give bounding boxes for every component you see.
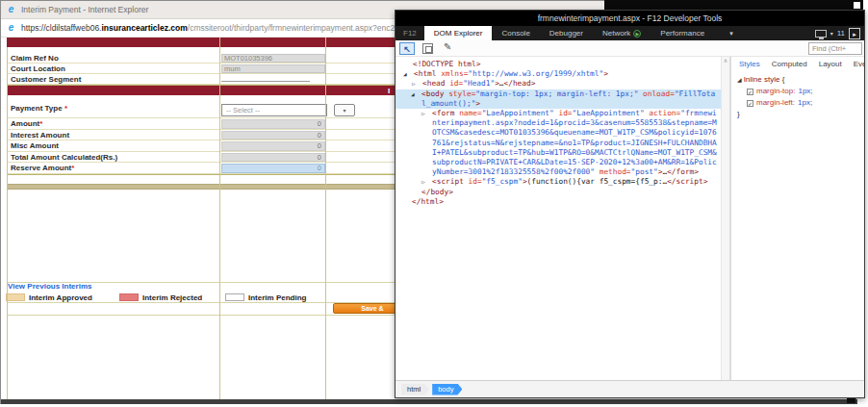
code-segment: l_amount();" — [421, 99, 475, 108]
amount-field[interactable]: 0 — [221, 131, 325, 140]
collapsed-marker-icon[interactable]: ▷ — [421, 109, 432, 118]
dom-tree-scrollbar[interactable]: ∧ — [721, 57, 729, 380]
code-segment: </html> — [412, 197, 444, 206]
property-checkbox[interactable]: ✓ — [747, 100, 753, 107]
dom-tree-node[interactable]: subproductN=PRIVATE+CAR&LDate=15-SEP-202… — [396, 158, 721, 167]
devtools-toolbar: ↖ ✎ Find (Ctrl+ — [396, 40, 864, 57]
property-checkbox[interactable]: ✓ — [747, 89, 753, 95]
dom-tree-node[interactable]: ▷<form name="LaeAppointment" id="LaeAppo… — [396, 109, 721, 118]
window-title: Interim Payment - Internet Explorer — [21, 5, 148, 14]
dom-tree-node[interactable]: I+PATEL&subproduct=TP&hub=W1TP&RO=0&MACT… — [396, 148, 721, 158]
styles-tab-layout[interactable]: Layout — [819, 60, 842, 68]
legend-swatch — [119, 293, 139, 301]
field-label: Total Amount Calculated(Rs.) — [11, 153, 117, 162]
dom-tree-node[interactable]: OTCSM&casedesc=MOT01035396&queuename=MOT… — [396, 128, 721, 138]
amount-field[interactable]: 0 — [221, 153, 325, 163]
styles-tab-computed[interactable]: Computed — [772, 60, 807, 68]
code-segment: "f5_cspm" — [482, 177, 523, 186]
field-label: Amount* — [11, 119, 42, 128]
code-segment: OTCSM&casedesc=MOT01035396&queuename=MOT… — [432, 128, 717, 137]
edit-html-icon[interactable]: ✎ — [444, 41, 451, 52]
dom-tree[interactable]: <!DOCTYPE html>◢<html xmlns="http://www.… — [396, 57, 721, 380]
collapsed-marker-icon[interactable]: ▷ — [412, 79, 422, 89]
breadcrumb-body[interactable]: body — [432, 384, 462, 395]
dom-tree-node[interactable]: ▷<head id="Head1">…</head> — [396, 79, 721, 89]
code-segment: </head> — [504, 79, 536, 88]
expanded-marker-icon[interactable]: ◢ — [403, 69, 414, 79]
expanded-marker-icon[interactable]: ◢ — [411, 89, 421, 99]
table-column-border — [219, 38, 220, 399]
code-segment: "post" — [631, 167, 658, 176]
property-name: margin-top: — [756, 86, 795, 97]
devtools-tabbar: F12 DOM ExplorerConsoleDebuggerNetwork▶P… — [396, 26, 864, 40]
amount-field[interactable]: 0 — [221, 164, 325, 173]
url-prefix: https://cldilstaffweb06. — [21, 23, 101, 33]
view-previous-interims-link[interactable]: View Previous Interims — [8, 282, 91, 291]
devtools-titlebar: frmnewinterimpayment.aspx - F12 Develope… — [396, 11, 864, 26]
styles-tab-eve[interactable]: Eve — [854, 60, 864, 68]
code-segment: <form — [432, 109, 454, 117]
dom-tree-node[interactable]: ◢<html xmlns="http://www.w3.org/1999/xht… — [396, 69, 721, 79]
readonly-field[interactable]: mum — [221, 64, 325, 73]
find-input[interactable]: Find (Ctrl+ — [808, 42, 862, 55]
text-input[interactable] — [221, 81, 310, 82]
scroll-up-icon[interactable]: ∧ — [724, 58, 728, 64]
legend-label: Interim Rejected — [142, 293, 202, 302]
devtools-window: frmnewinterimpayment.aspx - F12 Develope… — [395, 10, 865, 398]
breadcrumb-html[interactable]: html — [401, 384, 429, 395]
section-header-visible-text: I — [388, 87, 390, 95]
dom-tree-node[interactable]: </html> — [396, 197, 721, 207]
inline-style-rule[interactable]: ◢Inline style { — [737, 74, 864, 86]
element-highlight-icon[interactable] — [422, 43, 433, 54]
window-bottom-border — [1, 399, 857, 404]
code-segment: </script> — [667, 177, 707, 186]
styles-tab-styles[interactable]: Styles — [739, 60, 760, 68]
expand-panel-icon[interactable]: ▸ — [849, 28, 860, 39]
legend-item: Interim Rejected — [119, 293, 202, 302]
code-segment: "FillTota — [675, 89, 715, 98]
dom-tree-node[interactable]: 761&rejstatus=N&rejstepname=&no1=TP&prod… — [396, 139, 721, 148]
select-element-icon[interactable]: ↖ — [399, 42, 415, 55]
dom-tree-node[interactable]: l_amount();"> — [396, 99, 721, 109]
amount-field[interactable]: 0 — [221, 141, 325, 151]
emulation-monitor-icon[interactable] — [815, 30, 827, 38]
dom-tree-node[interactable]: ◢<body style="margin-top: 1px; margin-le… — [396, 89, 721, 99]
rule-expand-icon[interactable]: ◢ — [737, 77, 742, 83]
dom-tree-node[interactable]: yNumber=3001%2f183325558%2f00%2f000" met… — [396, 167, 721, 177]
legend-item: Interim Approved — [6, 293, 92, 302]
tab-network[interactable]: Network▶ — [593, 26, 651, 40]
dom-tree-node[interactable]: <!DOCTYPE html> — [396, 60, 721, 69]
doc-mode-chevron-icon[interactable]: ▾ — [830, 30, 833, 37]
code-segment: yNumber=3001%2f183325558%2f00%2f000" — [432, 167, 595, 176]
tab-console[interactable]: Console — [492, 26, 539, 40]
code-segment: subproductN=PRIVATE+CAR&LDate=15-SEP-202… — [432, 158, 717, 166]
payment-type-select[interactable]: -- Select -- — [221, 104, 327, 116]
secondary-dropdown[interactable]: ▾ — [334, 104, 355, 116]
code-segment: name= — [454, 109, 481, 117]
readonly-field[interactable]: MOT01035396 — [221, 54, 325, 63]
tab-dom-explorer[interactable]: DOM Explorer — [424, 26, 493, 40]
code-segment: <body — [421, 89, 444, 98]
background-window-button — [854, 2, 860, 9]
code-segment: "frmnewi — [680, 109, 717, 117]
table-left-border — [7, 47, 8, 399]
code-segment: xmlns= — [436, 69, 468, 78]
more-tabs-chevron-icon[interactable]: ▾ — [729, 26, 733, 40]
dom-breadcrumb: htmlbody — [396, 380, 864, 397]
dom-tree-node[interactable]: nterimpayment.aspx?nodeid=1&procid=3&cas… — [396, 118, 721, 128]
document-mode-value[interactable]: 11 — [837, 29, 845, 38]
tab-performance[interactable]: Performance — [651, 26, 714, 40]
field-label: Claim Ref No — [11, 54, 59, 63]
tab-debugger[interactable]: Debugger — [540, 26, 593, 40]
field-label: Misc Amount — [11, 141, 59, 150]
url-domain: insurancearticlez.com — [101, 23, 187, 33]
collapsed-marker-icon[interactable]: ▷ — [421, 177, 432, 187]
dom-tree-node[interactable]: </body> — [396, 188, 721, 197]
code-segment: id= — [445, 79, 463, 88]
property-value: 1px; — [798, 97, 812, 109]
styles-pane: StylesComputedLayoutEve ◢Inline style { … — [731, 57, 864, 380]
amount-field[interactable]: 0 — [221, 119, 325, 129]
tab-label: Debugger — [549, 26, 583, 40]
code-segment: "http://www.w3.org/1999/xhtml" — [468, 69, 603, 78]
dom-tree-node[interactable]: ▷<script id="f5_cspm">(function(){var f5… — [396, 177, 721, 187]
